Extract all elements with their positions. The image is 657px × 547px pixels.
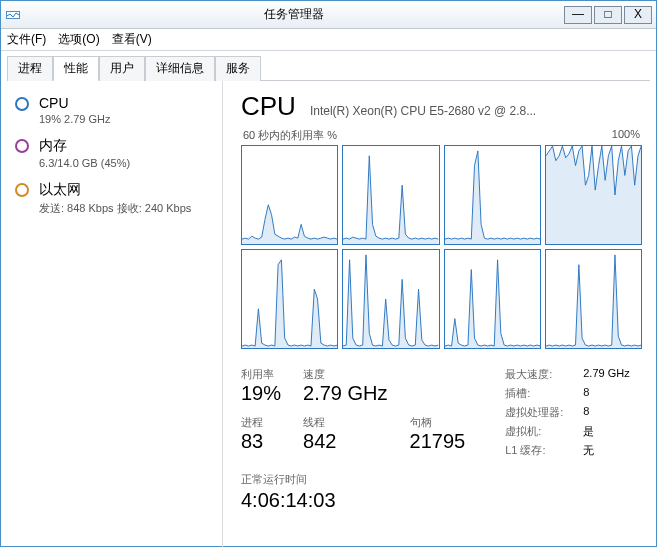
vproc-value: 8 [583, 405, 629, 420]
cpu-chart-4 [241, 249, 338, 349]
menu-file[interactable]: 文件(F) [7, 31, 46, 48]
task-manager-window: 任务管理器 — □ X 文件(F) 选项(O) 查看(V) 进程 性能 用户 详… [0, 0, 657, 547]
page-title: CPU [241, 91, 296, 122]
mem-dot-icon [15, 139, 29, 153]
cpu-chart-6 [444, 249, 541, 349]
cpu-chart-7 [545, 249, 642, 349]
vproc-label: 虚拟处理器: [505, 405, 563, 420]
speed-label: 速度 [303, 367, 387, 382]
content: CPU 19% 2.79 GHz 内存 6.3/14.0 GB (45%) 以太… [1, 81, 656, 547]
eth-dot-icon [15, 183, 29, 197]
proc-value: 83 [241, 430, 281, 453]
thread-label: 线程 [303, 415, 387, 430]
util-label: 利用率 [241, 367, 281, 382]
thread-value: 842 [303, 430, 387, 453]
tab-users[interactable]: 用户 [99, 56, 145, 81]
cpu-chart-0 [241, 145, 338, 245]
cpu-chart-2 [444, 145, 541, 245]
max-speed-value: 2.79 GHz [583, 367, 629, 382]
sidebar-item-eth[interactable]: 以太网 发送: 848 Kbps 接收: 240 Kbps [1, 175, 222, 222]
cpu-dot-icon [15, 97, 29, 111]
tabs: 进程 性能 用户 详细信息 服务 [7, 55, 650, 81]
vm-label: 虚拟机: [505, 424, 563, 439]
sidebar-eth-sub: 发送: 848 Kbps 接收: 240 Kbps [39, 201, 191, 216]
sidebar-item-cpu[interactable]: CPU 19% 2.79 GHz [1, 89, 222, 131]
l1-value: 无 [583, 443, 629, 458]
cpu-model: Intel(R) Xeon(R) CPU E5-2680 v2 @ 2.8... [310, 104, 642, 118]
sidebar: CPU 19% 2.79 GHz 内存 6.3/14.0 GB (45%) 以太… [1, 81, 223, 547]
app-icon [5, 7, 21, 23]
uptime-label: 正常运行时间 [241, 472, 642, 487]
cpu-chart-5 [342, 249, 439, 349]
uptime-block: 正常运行时间 4:06:14:03 [241, 472, 642, 512]
sidebar-mem-title: 内存 [39, 137, 130, 155]
window-title: 任务管理器 [25, 6, 562, 23]
sidebar-mem-sub: 6.3/14.0 GB (45%) [39, 157, 130, 169]
sockets-label: 插槽: [505, 386, 563, 401]
cpu-chart-grid [241, 145, 642, 349]
sidebar-cpu-title: CPU [39, 95, 111, 111]
menubar: 文件(F) 选项(O) 查看(V) [1, 29, 656, 51]
vm-value: 是 [583, 424, 629, 439]
uptime-value: 4:06:14:03 [241, 489, 642, 512]
menu-options[interactable]: 选项(O) [58, 31, 99, 48]
l1-label: L1 缓存: [505, 443, 563, 458]
tab-details[interactable]: 详细信息 [145, 56, 215, 81]
maximize-button[interactable]: □ [594, 6, 622, 24]
stats-right: 最大速度: 2.79 GHz 插槽: 8 虚拟处理器: 8 虚拟机: 是 L1 … [505, 367, 630, 458]
chart-caption-right: 100% [612, 128, 640, 143]
proc-label: 进程 [241, 415, 281, 430]
stats-left: 利用率 19% 速度 2.79 GHz 进程 83 线程 842 [241, 367, 465, 458]
close-button[interactable]: X [624, 6, 652, 24]
sidebar-item-mem[interactable]: 内存 6.3/14.0 GB (45%) [1, 131, 222, 175]
sidebar-eth-title: 以太网 [39, 181, 191, 199]
max-speed-label: 最大速度: [505, 367, 563, 382]
tab-services[interactable]: 服务 [215, 56, 261, 81]
tab-processes[interactable]: 进程 [7, 56, 53, 81]
titlebar[interactable]: 任务管理器 — □ X [1, 1, 656, 29]
handle-value: 21795 [410, 430, 466, 453]
main-panel: CPU Intel(R) Xeon(R) CPU E5-2680 v2 @ 2.… [223, 81, 656, 547]
sockets-value: 8 [583, 386, 629, 401]
sidebar-cpu-sub: 19% 2.79 GHz [39, 113, 111, 125]
menu-view[interactable]: 查看(V) [112, 31, 152, 48]
tab-performance[interactable]: 性能 [53, 56, 99, 81]
handle-label: 句柄 [410, 415, 466, 430]
stats-block: 利用率 19% 速度 2.79 GHz 进程 83 线程 842 [241, 367, 642, 458]
chart-caption-left: 60 秒内的利用率 % [243, 128, 337, 143]
cpu-chart-1 [342, 145, 439, 245]
speed-value: 2.79 GHz [303, 382, 387, 405]
minimize-button[interactable]: — [564, 6, 592, 24]
cpu-chart-3 [545, 145, 642, 245]
util-value: 19% [241, 382, 281, 405]
